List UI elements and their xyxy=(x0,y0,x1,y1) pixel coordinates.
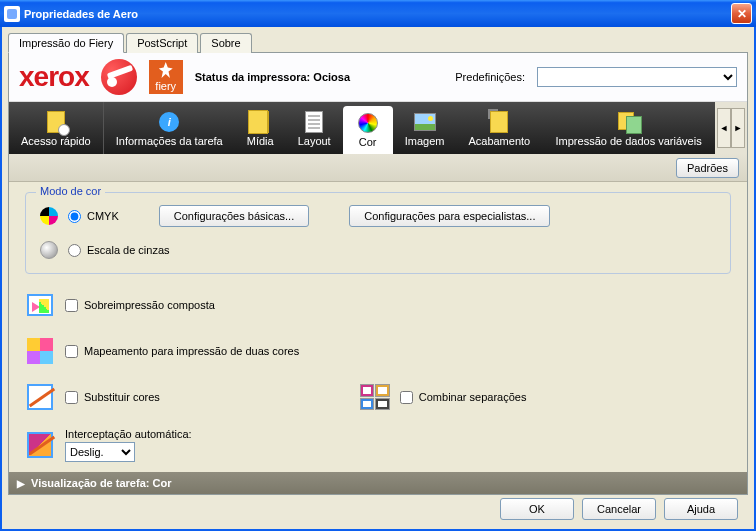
composite-overprint-row: Sobreimpressão composta xyxy=(25,290,731,320)
image-icon xyxy=(414,111,436,133)
finishing-icon xyxy=(488,111,510,133)
combine-separations-icon xyxy=(360,382,390,412)
xerox-ball-icon xyxy=(101,59,137,95)
vdp-icon xyxy=(618,111,640,133)
auto-trapping-icon xyxy=(25,430,55,460)
presets-label: Predefinições: xyxy=(455,71,525,83)
toolbar-job-info[interactable]: i Informações da tarefa xyxy=(103,102,235,154)
auto-trapping-label: Interceptação automática: xyxy=(65,428,192,440)
color-wheel-icon xyxy=(357,112,379,134)
quick-access-icon xyxy=(45,111,67,133)
composite-overprint-checkbox[interactable]: Sobreimpressão composta xyxy=(65,299,215,312)
combine-separations-checkbox[interactable]: Combinar separações xyxy=(400,391,527,404)
cancel-button[interactable]: Cancelar xyxy=(582,498,656,520)
cmyk-radio-input[interactable] xyxy=(68,210,81,223)
combine-separations-row: Combinar separações xyxy=(360,382,527,412)
expand-arrow-icon: ▶ xyxy=(17,478,25,489)
composite-overprint-input[interactable] xyxy=(65,299,78,312)
sub-toolbar: Padrões xyxy=(9,154,747,182)
composite-overprint-icon xyxy=(25,290,55,320)
defaults-button[interactable]: Padrões xyxy=(676,158,739,178)
substitute-colors-input[interactable] xyxy=(65,391,78,404)
ok-button[interactable]: OK xyxy=(500,498,574,520)
scroll-left-button[interactable]: ◄ xyxy=(717,108,731,148)
two-color-mapping-row: Mapeamento para impressão de duas cores xyxy=(25,336,731,366)
scroll-right-button[interactable]: ► xyxy=(731,108,745,148)
xerox-logo: xerox xyxy=(19,61,89,93)
toolbar-media[interactable]: Mídia xyxy=(235,102,286,154)
toolbar-vdp[interactable]: Impressão de dados variáveis xyxy=(542,102,715,154)
layout-icon xyxy=(303,111,325,133)
substitute-colors-checkbox[interactable]: Substituir cores xyxy=(65,391,160,404)
dialog-footer: OK Cancelar Ajuda xyxy=(8,495,748,523)
substitute-colors-icon xyxy=(25,382,55,412)
auto-trapping-select[interactable]: Deslig. xyxy=(65,442,135,462)
fiery-logo: fiery xyxy=(149,60,183,94)
basic-settings-button[interactable]: Configurações básicas... xyxy=(159,205,309,227)
media-icon xyxy=(249,111,271,133)
color-mode-group: Modo de cor CMYK Configurações básicas..… xyxy=(25,192,731,274)
expert-settings-button[interactable]: Configurações para especialistas... xyxy=(349,205,550,227)
tab-fiery-print[interactable]: Impressão do Fiery xyxy=(8,33,124,53)
app-icon xyxy=(4,6,20,22)
substitute-colors-row: Substituir cores xyxy=(25,382,160,412)
grayscale-icon xyxy=(40,241,58,259)
help-button[interactable]: Ajuda xyxy=(664,498,738,520)
close-button[interactable]: ✕ xyxy=(731,3,752,24)
toolbar-finishing[interactable]: Acabamento xyxy=(456,102,542,154)
toolbar-scroll: ◄ ► xyxy=(715,102,747,154)
toolbar-image[interactable]: Imagem xyxy=(393,102,457,154)
tab-postscript[interactable]: PostScript xyxy=(126,33,198,53)
header-bar: xerox fiery Status da impressora: Ociosa… xyxy=(9,53,747,102)
auto-trapping-row: Interceptação automática: Deslig. xyxy=(25,428,731,462)
title-bar: Propriedades de Aero ✕ xyxy=(0,0,756,27)
grayscale-radio[interactable]: Escala de cinzas xyxy=(68,244,170,257)
grayscale-radio-input[interactable] xyxy=(68,244,81,257)
toolbar-quick-access[interactable]: Acesso rápido xyxy=(9,102,103,154)
tab-about[interactable]: Sobre xyxy=(200,33,251,53)
two-color-mapping-checkbox[interactable]: Mapeamento para impressão de duas cores xyxy=(65,345,299,358)
toolbar-color[interactable]: Cor xyxy=(343,106,393,154)
color-mode-title: Modo de cor xyxy=(36,185,105,197)
main-tabstrip: Impressão do Fiery PostScript Sobre xyxy=(8,33,748,53)
toolbar-layout[interactable]: Layout xyxy=(286,102,343,154)
color-panel: Modo de cor CMYK Configurações básicas..… xyxy=(9,182,747,472)
category-toolbar: Acesso rápido i Informações da tarefa Mí… xyxy=(9,102,747,154)
presets-select[interactable] xyxy=(537,67,737,87)
cmyk-icon xyxy=(40,207,58,225)
combine-separations-input[interactable] xyxy=(400,391,413,404)
job-preview-bar[interactable]: ▶ Visualização de tarefa: Cor xyxy=(9,472,747,494)
cmyk-radio[interactable]: CMYK xyxy=(68,210,119,223)
printer-status: Status da impressora: Ociosa xyxy=(195,71,350,83)
info-icon: i xyxy=(158,111,180,133)
two-color-mapping-icon xyxy=(25,336,55,366)
window-title: Propriedades de Aero xyxy=(24,8,138,20)
two-color-mapping-input[interactable] xyxy=(65,345,78,358)
